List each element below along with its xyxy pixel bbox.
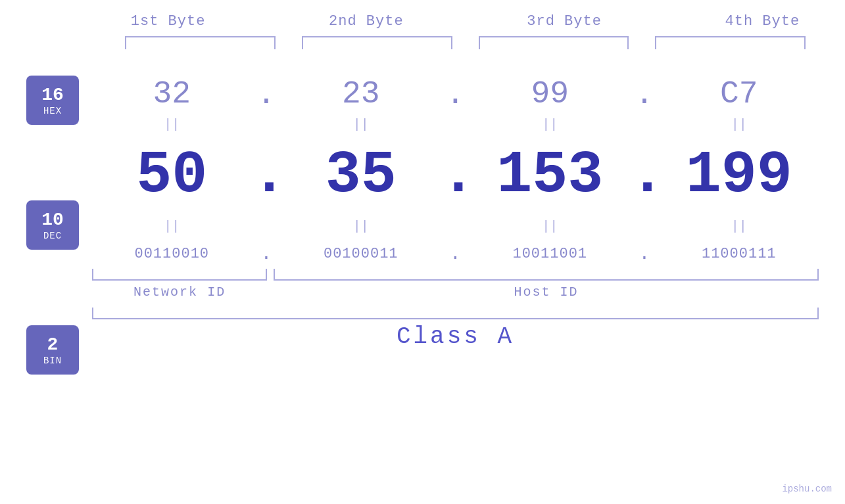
- hex-badge-label: HEX: [43, 106, 62, 116]
- hex-b4: C7: [660, 76, 819, 114]
- dec-b1: 50: [92, 146, 252, 205]
- bin-b1: 00110010: [92, 246, 252, 262]
- dec-badge: 10 DEC: [26, 200, 79, 250]
- bin-dot3: .: [630, 244, 660, 264]
- byte3-header: 3rd Byte: [466, 13, 664, 30]
- hex-b2: 23: [281, 76, 441, 114]
- eq1-b4: ||: [660, 117, 819, 132]
- watermark: ipshu.com: [782, 484, 832, 494]
- bin-badge-number: 2: [47, 334, 59, 356]
- bin-badge: 2 BIN: [26, 325, 79, 375]
- dec-b4: 199: [660, 146, 819, 205]
- bin-b4: 11000111: [660, 246, 819, 262]
- bin-b3: 10011001: [470, 246, 630, 262]
- values-grid: 32 . 23 . 99 . C7: [92, 69, 819, 350]
- byte1-header: 1st Byte: [69, 13, 267, 30]
- top-brackets: [112, 36, 819, 49]
- byte4-header: 4th Byte: [664, 13, 845, 30]
- bin-dot2: .: [441, 244, 470, 264]
- eq2-b1: ||: [92, 219, 252, 234]
- bottom-brackets: [92, 269, 819, 281]
- hex-badge: 16 HEX: [26, 76, 79, 125]
- id-labels: Network ID Host ID: [92, 285, 819, 300]
- hex-b1: 32: [92, 76, 252, 114]
- content-area: 16 HEX 10 DEC 2 BIN 32 .: [26, 69, 819, 375]
- main-container: 1st Byte 2nd Byte 3rd Byte 4th Byte 16 H…: [0, 0, 845, 504]
- dec-dot2: .: [441, 142, 470, 209]
- bracket-byte1: [125, 36, 276, 49]
- dec-b2: 35: [281, 146, 441, 205]
- hex-dot3: .: [630, 77, 660, 112]
- class-a-label: Class A: [92, 323, 819, 350]
- hex-dot2: .: [441, 77, 470, 112]
- bracket-byte4: [655, 36, 806, 49]
- base-badges: 16 HEX 10 DEC 2 BIN: [26, 69, 79, 375]
- dec-badge-number: 10: [41, 209, 64, 231]
- byte-headers: 1st Byte 2nd Byte 3rd Byte 4th Byte: [69, 13, 845, 30]
- bracket-byte2: [302, 36, 452, 49]
- network-bracket: [92, 269, 267, 281]
- host-id-label: Host ID: [274, 285, 819, 300]
- network-id-label: Network ID: [92, 285, 267, 300]
- bin-badge-label: BIN: [43, 355, 62, 366]
- eq2-b4: ||: [660, 219, 819, 234]
- eq1-b2: ||: [281, 117, 441, 132]
- equals-row-1: || || || ||: [92, 114, 819, 135]
- hex-badge-number: 16: [41, 84, 64, 106]
- bin-b2: 00100011: [281, 246, 441, 262]
- dec-row: 50 . 35 . 153 . 199: [92, 135, 819, 216]
- hex-b3: 99: [470, 76, 630, 114]
- class-bracket: [92, 308, 819, 319]
- byte2-header: 2nd Byte: [267, 13, 465, 30]
- host-bracket: [274, 269, 819, 281]
- hex-row: 32 . 23 . 99 . C7: [92, 69, 819, 114]
- eq2-b2: ||: [281, 219, 441, 234]
- dec-b3: 153: [470, 146, 630, 205]
- eq1-b1: ||: [92, 117, 252, 132]
- bin-dot1: .: [252, 244, 281, 264]
- hex-dot1: .: [252, 77, 281, 112]
- eq2-b3: ||: [470, 219, 630, 234]
- dec-dot3: .: [630, 142, 660, 209]
- equals-row-2: || || || ||: [92, 216, 819, 237]
- bin-row: 00110010 . 00100011 . 10011001 .: [92, 237, 819, 267]
- eq1-b3: ||: [470, 117, 630, 132]
- dec-badge-label: DEC: [43, 231, 62, 241]
- bracket-byte3: [479, 36, 629, 49]
- dec-dot1: .: [252, 142, 281, 209]
